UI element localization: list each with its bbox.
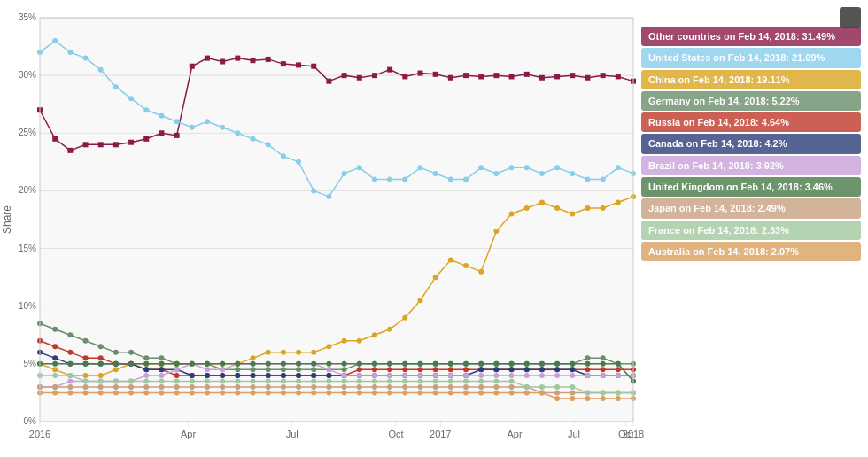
legend-item-australia[interactable]: Australia on Feb 14, 2018: 2.07%	[641, 242, 861, 261]
legend-item-china[interactable]: China on Feb 14, 2018: 19.11%	[641, 70, 861, 89]
legend-item-germany[interactable]: Germany on Feb 14, 2018: 5.22%	[641, 91, 861, 111]
legend-item-france[interactable]: France on Feb 14, 2018: 2.33%	[641, 221, 861, 240]
download-button[interactable]	[840, 7, 861, 28]
legend-item-japan[interactable]: Japan on Feb 14, 2018: 2.49%	[641, 198, 861, 218]
legend-item-united_kingdom[interactable]: United Kingdom on Feb 14, 2018: 3.46%	[641, 177, 861, 197]
legend-item-brazil[interactable]: Brazil on Feb 14, 2018: 3.92%	[641, 156, 861, 175]
chart-container: Other countries on Feb 14, 2018: 31.49%U…	[0, 0, 868, 457]
legend-item-other_countries[interactable]: Other countries on Feb 14, 2018: 31.49%	[641, 27, 861, 46]
legend-panel: Other countries on Feb 14, 2018: 31.49%U…	[641, 27, 861, 261]
legend-item-russia[interactable]: Russia on Feb 14, 2018: 4.64%	[641, 112, 861, 132]
legend-item-united_states[interactable]: United States on Feb 14, 2018: 21.09%	[641, 48, 861, 67]
legend-item-canada[interactable]: Canada on Feb 14, 2018: 4.2%	[641, 134, 861, 153]
